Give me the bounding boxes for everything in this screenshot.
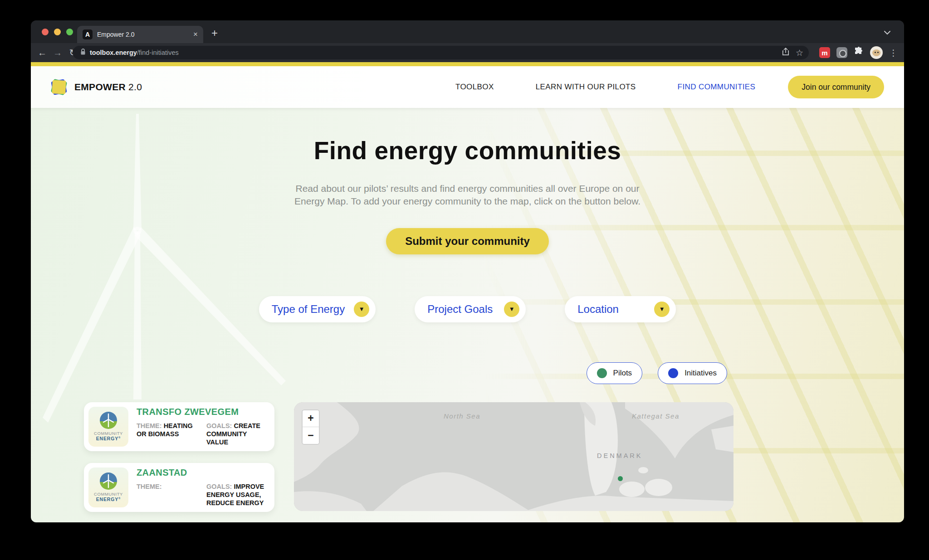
page-title: Find energy communities: [31, 136, 904, 165]
nav-learn-with-our-pilots[interactable]: LEARN WITH OUR PILOTS: [536, 83, 636, 92]
brand-text: EMPOWER 2.0: [74, 82, 142, 93]
brand[interactable]: EMPOWER 2.0: [51, 79, 142, 95]
extensions-puzzle-icon[interactable]: [854, 47, 864, 58]
chevron-down-icon[interactable]: ▼: [654, 302, 670, 317]
map-label-denmark: DENMARK: [597, 452, 643, 459]
zoom-in-button[interactable]: +: [303, 410, 319, 427]
community-list: COMMUNITY ENERGY® TRANSFO ZWEVEGEM THEME…: [84, 402, 274, 512]
pilot-map-marker[interactable]: [618, 476, 623, 481]
submit-community-button[interactable]: Submit your community: [386, 228, 549, 254]
initiatives-dot-icon: [668, 368, 678, 378]
pilots-toggle[interactable]: Pilots: [587, 362, 643, 384]
results-section: COMMUNITY ENERGY® TRANSFO ZWEVEGEM THEME…: [31, 402, 904, 512]
community-theme: THEME:: [137, 482, 200, 507]
chevron-down-icon[interactable]: ▼: [354, 302, 369, 317]
filters-row: Type of Energy ▼ Project Goals ▼ Locatio…: [31, 296, 904, 322]
filter-location[interactable]: Location ▼: [565, 296, 676, 322]
logo-energy-text: ENERGY®: [96, 436, 121, 441]
url-path: /find-initiatives: [137, 49, 179, 56]
empower-logo-icon: [51, 79, 67, 95]
tab-title: Empower 2.0: [97, 31, 191, 38]
page-description: Read about our pilots’ results and find …: [286, 182, 649, 208]
back-icon[interactable]: ←: [34, 48, 50, 58]
tab-favicon: A: [83, 29, 93, 39]
new-tab-button[interactable]: +: [211, 27, 218, 39]
map-zoom-control: + −: [302, 409, 320, 445]
star-icon[interactable]: ☆: [796, 48, 803, 58]
extensions-row: m ⋮: [819, 43, 898, 62]
legend-row: Pilots Initiatives: [31, 362, 904, 384]
browser-window: A Empower 2.0 × + ← → ↻ toolbox.energy /…: [31, 20, 904, 522]
community-theme: THEME: HEATING OR BIOMASS: [137, 422, 200, 446]
wind-turbine-logo-icon: [100, 412, 117, 429]
zoom-window-button[interactable]: [66, 29, 73, 35]
url-host: toolbox.energy: [90, 49, 137, 56]
filter-project-goals[interactable]: Project Goals ▼: [415, 296, 526, 322]
forward-icon[interactable]: →: [50, 48, 65, 58]
community-energy-logo: COMMUNITY ENERGY®: [88, 407, 128, 447]
traffic-lights: [42, 29, 73, 35]
close-window-button[interactable]: [42, 29, 49, 35]
community-goals: GOALS: IMPROVE ENERGY USAGE, REDUCE ENER…: [206, 482, 270, 507]
minimize-window-button[interactable]: [54, 29, 61, 35]
filter-type-of-energy[interactable]: Type of Energy ▼: [259, 296, 376, 322]
community-title: TRANSFO ZWEVEGEM: [137, 407, 270, 417]
menu-icon[interactable]: ⋮: [889, 48, 898, 58]
main-nav: TOOLBOX LEARN WITH OUR PILOTS FIND COMMU…: [455, 83, 755, 92]
join-community-button[interactable]: Join our community: [788, 76, 884, 98]
lock-icon: [80, 48, 86, 57]
community-energy-logo: COMMUNITY ENERGY®: [88, 467, 128, 507]
url-bar[interactable]: toolbox.energy /find-initiatives ☆: [73, 46, 809, 59]
extension-mendeley-icon[interactable]: m: [819, 47, 830, 58]
tab-strip: A Empower 2.0 × +: [31, 20, 904, 43]
community-goals: GOALS: CREATE COMMUNITY VALUE: [206, 422, 270, 446]
share-icon[interactable]: [782, 48, 789, 58]
page-top-accent-bar: [31, 62, 904, 66]
avatar[interactable]: [870, 46, 883, 59]
map-label-kattegat-sea: Kattegat Sea: [632, 412, 680, 420]
nav-find-communities[interactable]: FIND COMMUNITIES: [678, 83, 756, 92]
list-item[interactable]: COMMUNITY ENERGY® ZAANSTAD THEME:: [84, 463, 274, 512]
logo-energy-text: ENERGY®: [96, 497, 121, 502]
browser-toolbar: ← → ↻ toolbox.energy /find-initiatives ☆…: [31, 43, 904, 62]
zoom-out-button[interactable]: −: [303, 427, 319, 444]
extension-camera-icon[interactable]: [836, 47, 847, 58]
browser-tab[interactable]: A Empower 2.0 ×: [77, 26, 203, 43]
map-label-north-sea: North Sea: [444, 412, 480, 420]
list-item[interactable]: COMMUNITY ENERGY® TRANSFO ZWEVEGEM THEME…: [84, 402, 274, 451]
wind-turbine-logo-icon: [100, 472, 117, 490]
site-header: EMPOWER 2.0 TOOLBOX LEARN WITH OUR PILOT…: [31, 66, 904, 108]
tab-search-chevron-icon[interactable]: [884, 29, 890, 37]
chevron-down-icon[interactable]: ▼: [504, 302, 519, 317]
nav-toolbox[interactable]: TOOLBOX: [455, 83, 494, 92]
pilots-dot-icon: [597, 368, 607, 378]
community-title: ZAANSTAD: [137, 467, 270, 478]
webpage: EMPOWER 2.0 TOOLBOX LEARN WITH OUR PILOT…: [31, 66, 904, 522]
tab-close-icon[interactable]: ×: [193, 30, 198, 39]
energy-map[interactable]: North Sea Kattegat Sea DENMARK + −: [294, 402, 733, 511]
initiatives-toggle[interactable]: Initiatives: [658, 362, 727, 384]
